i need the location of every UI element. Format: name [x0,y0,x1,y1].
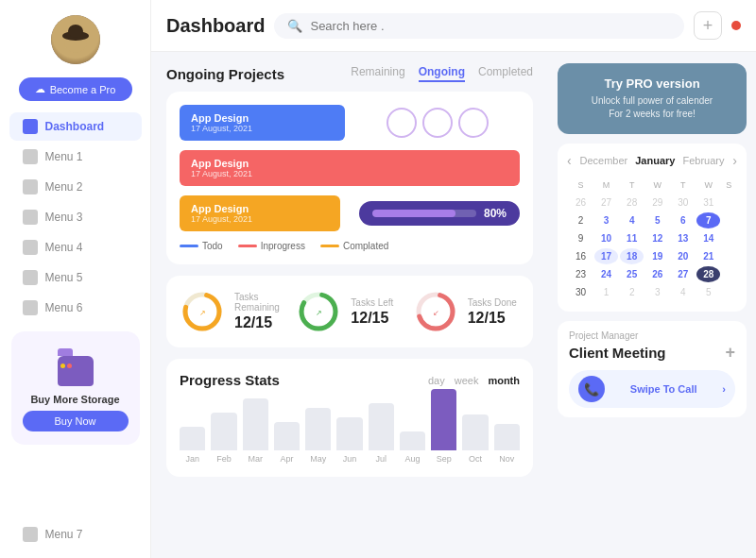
cal-day-3[interactable]: 29 [645,194,669,211]
cal-day-10[interactable]: 5 [645,212,669,228]
cal-day-26[interactable]: 21 [696,248,720,264]
cal-header-t1: T [620,178,644,193]
cal-day-30[interactable]: 25 [620,266,644,282]
cal-day-1[interactable]: 27 [594,194,618,211]
legend: Todo Inprogress Complated [180,241,520,251]
legend-inprogress: Inprogress [238,241,305,251]
cal-day-22[interactable]: 17 [594,248,618,264]
bar-label-oct: Oct [469,454,482,464]
legend-todo: Todo [180,241,223,251]
tab-ongoing[interactable]: Ongoing [419,65,465,82]
bar-col-jun: Jun [336,417,362,464]
cal-day-16[interactable]: 11 [620,230,644,246]
cal-prev-button[interactable]: ‹ [567,153,572,168]
cal-day-19[interactable]: 14 [696,230,720,246]
sidebar-item-menu6[interactable]: Menu 6 [9,294,142,322]
cal-day-15[interactable]: 10 [594,230,618,246]
cal-day-28[interactable]: 23 [569,266,593,282]
cal-day-23[interactable]: 18 [620,248,644,264]
cal-day-14[interactable]: 9 [569,230,593,246]
sidebar-item-menu1[interactable]: Menu 1 [9,143,142,171]
projects-header: Ongoing Projects Remaining Ongoing Compl… [166,65,533,82]
proj-circle-1 [387,108,417,138]
cal-day-12[interactable]: 7 [696,212,720,228]
cal-day-7[interactable]: 2 [569,212,593,228]
cal-day-13 [722,212,735,228]
cal-day-36[interactable]: 1 [594,284,618,300]
cal-day-11[interactable]: 6 [671,212,695,228]
tab-month[interactable]: month [488,375,520,386]
bar-label-jun: Jun [343,454,357,464]
cal-day-33[interactable]: 28 [696,266,720,282]
bar-col-jan: Jan [180,427,205,464]
cal-day-25[interactable]: 20 [671,248,695,264]
cal-day-5[interactable]: 31 [696,194,720,211]
cal-day-39[interactable]: 4 [671,284,695,300]
cal-day-29[interactable]: 24 [594,266,618,282]
metric-done: ↙ Tasks Done 12/15 [413,289,520,334]
project-bar-3: App Design 17 August, 2021 [180,195,340,231]
bar-jan [180,427,205,450]
pro-banner: Try PRO version Unlock full power of cal… [558,63,747,134]
pm-add-button[interactable]: + [725,343,735,363]
add-button[interactable]: + [694,11,722,40]
bar-col-jul: Jul [369,403,394,464]
sidebar-item-menu2[interactable]: Menu 2 [9,173,142,201]
metric-left: ↗ Tasks Left 12/15 [296,289,403,334]
cal-day-40[interactable]: 5 [696,284,720,300]
bar-jun [336,417,362,450]
tab-remaining[interactable]: Remaining [351,65,404,82]
cal-header-s1: S [569,178,593,193]
cal-day-38[interactable]: 3 [645,284,669,300]
search-input[interactable] [310,19,671,33]
sidebar-item-menu3[interactable]: Menu 3 [9,203,142,231]
cal-day-24[interactable]: 19 [645,248,669,264]
sidebar-item-menu7[interactable]: Menu 7 [9,520,142,549]
cal-day-2[interactable]: 28 [620,194,644,211]
bar-label-aug: Aug [404,454,420,464]
bar-label-apr: Apr [280,454,293,464]
cal-day-0[interactable]: 26 [569,194,593,211]
stats-title: Progress Stats [180,372,280,388]
cal-day-9[interactable]: 4 [620,212,644,228]
swipe-to-call-button[interactable]: 📞 Swipe To Call › [569,370,735,408]
bar-label-feb: Feb [216,454,232,464]
calendar-card: ‹ December January February › S M T [558,144,747,312]
project-row-1: App Design 17 August, 2021 [180,105,520,141]
cal-day-37[interactable]: 2 [620,284,644,300]
tab-week[interactable]: week [455,375,479,386]
become-pro-button[interactable]: ☁ Become a Pro [19,77,132,101]
search-box: 🔍 [274,13,684,39]
calendar-grid: S M T W T W S 26272829303123456791011121… [567,176,737,302]
sidebar-item-menu4[interactable]: Menu 4 [9,233,142,262]
cal-months: December January February [580,155,725,166]
bar-col-nov: Nov [494,424,520,464]
cal-day-21[interactable]: 16 [569,248,593,264]
cal-header-w1: W [645,178,669,193]
tab-completed[interactable]: Completed [478,65,533,82]
bar-col-oct: Oct [462,414,488,464]
bar-sep [431,389,456,450]
storage-title: Buy More Storage [23,394,129,405]
cal-day-32[interactable]: 27 [671,266,695,282]
bar-nov [494,424,520,450]
cal-day-17[interactable]: 12 [645,230,669,246]
sidebar-item-menu5[interactable]: Menu 5 [9,263,142,292]
cal-day-4[interactable]: 30 [671,194,695,211]
cal-day-8[interactable]: 3 [594,212,618,228]
main-content: Dashboard 🔍 + Ongoing Projects Remaining… [151,0,756,558]
cal-day-31[interactable]: 26 [645,266,669,282]
cal-day-18[interactable]: 13 [671,230,695,246]
dashboard-icon [23,119,38,134]
cal-day-35[interactable]: 30 [569,284,593,300]
phone-icon: 📞 [578,376,605,402]
stats-header: Progress Stats day week month [180,372,520,388]
tab-day[interactable]: day [428,375,445,386]
progress-pill: 80% [359,201,520,226]
projects-title: Ongoing Projects [166,66,284,82]
cal-next-button[interactable]: › [732,153,737,168]
projects-card: App Design 17 August, 2021 [166,92,533,264]
sidebar-item-dashboard[interactable]: Dashboard [9,112,142,141]
buy-now-button[interactable]: Buy Now [23,411,129,431]
notification-dot[interactable] [731,21,741,30]
